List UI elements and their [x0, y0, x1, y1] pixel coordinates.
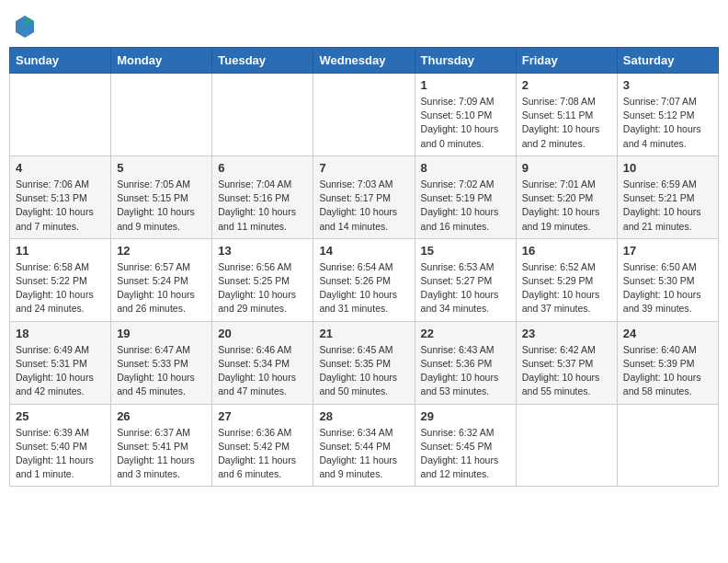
- day-info: Sunrise: 6:56 AMSunset: 5:25 PMDaylight:…: [218, 260, 307, 316]
- day-number: 26: [117, 409, 206, 423]
- calendar-cell: 17Sunrise: 6:50 AMSunset: 5:30 PMDayligh…: [617, 238, 718, 321]
- day-number: 12: [117, 244, 206, 258]
- calendar-cell: 28Sunrise: 6:34 AMSunset: 5:44 PMDayligh…: [313, 404, 415, 487]
- day-number: 13: [218, 244, 307, 258]
- calendar-cell: 19Sunrise: 6:47 AMSunset: 5:33 PMDayligh…: [111, 321, 212, 404]
- page-header: [9, 9, 719, 40]
- calendar-cell: 5Sunrise: 7:05 AMSunset: 5:15 PMDaylight…: [111, 155, 212, 238]
- day-info: Sunrise: 6:39 AMSunset: 5:40 PMDaylight:…: [16, 426, 105, 482]
- calendar-cell: 6Sunrise: 7:04 AMSunset: 5:16 PMDaylight…: [212, 155, 313, 238]
- day-info: Sunrise: 7:09 AMSunset: 5:10 PMDaylight:…: [421, 95, 510, 151]
- calendar-cell: 16Sunrise: 6:52 AMSunset: 5:29 PMDayligh…: [516, 238, 617, 321]
- calendar-cell: 8Sunrise: 7:02 AMSunset: 5:19 PMDaylight…: [415, 155, 516, 238]
- day-number: 28: [319, 409, 408, 423]
- calendar-cell: 1Sunrise: 7:09 AMSunset: 5:10 PMDaylight…: [415, 74, 516, 156]
- day-number: 20: [218, 327, 307, 340]
- calendar-cell: 2Sunrise: 7:08 AMSunset: 5:11 PMDaylight…: [516, 74, 617, 156]
- day-info: Sunrise: 6:34 AMSunset: 5:44 PMDaylight:…: [319, 426, 408, 482]
- day-info: Sunrise: 7:07 AMSunset: 5:12 PMDaylight:…: [623, 95, 712, 151]
- day-number: 23: [522, 327, 611, 340]
- day-number: 22: [421, 327, 510, 340]
- calendar-cell: 24Sunrise: 6:40 AMSunset: 5:39 PMDayligh…: [617, 321, 718, 404]
- day-info: Sunrise: 6:54 AMSunset: 5:26 PMDaylight:…: [319, 260, 408, 316]
- calendar-week-row: 11Sunrise: 6:58 AMSunset: 5:22 PMDayligh…: [10, 238, 719, 321]
- day-number: 11: [16, 244, 105, 258]
- calendar-cell: 18Sunrise: 6:49 AMSunset: 5:31 PMDayligh…: [10, 321, 111, 404]
- day-info: Sunrise: 6:52 AMSunset: 5:29 PMDaylight:…: [522, 260, 611, 316]
- day-number: 6: [218, 161, 307, 175]
- calendar-week-row: 25Sunrise: 6:39 AMSunset: 5:40 PMDayligh…: [10, 404, 719, 487]
- calendar-week-row: 18Sunrise: 6:49 AMSunset: 5:31 PMDayligh…: [10, 321, 719, 404]
- calendar-week-row: 4Sunrise: 7:06 AMSunset: 5:13 PMDaylight…: [10, 155, 719, 238]
- day-header-monday: Monday: [111, 48, 212, 74]
- calendar-cell: 26Sunrise: 6:37 AMSunset: 5:41 PMDayligh…: [111, 404, 212, 487]
- day-number: 16: [522, 244, 611, 258]
- day-number: 4: [16, 161, 105, 175]
- calendar-cell: 15Sunrise: 6:53 AMSunset: 5:27 PMDayligh…: [415, 238, 516, 321]
- day-info: Sunrise: 7:02 AMSunset: 5:19 PMDaylight:…: [421, 178, 510, 234]
- day-number: 3: [623, 78, 712, 92]
- calendar-table: SundayMondayTuesdayWednesdayThursdayFrid…: [9, 47, 719, 487]
- calendar-cell: [617, 404, 718, 487]
- calendar-cell: 29Sunrise: 6:32 AMSunset: 5:45 PMDayligh…: [415, 404, 516, 487]
- calendar-cell: [111, 74, 212, 156]
- day-header-saturday: Saturday: [617, 48, 718, 74]
- day-info: Sunrise: 7:04 AMSunset: 5:16 PMDaylight:…: [218, 178, 307, 234]
- calendar-cell: 21Sunrise: 6:45 AMSunset: 5:35 PMDayligh…: [313, 321, 415, 404]
- day-info: Sunrise: 6:37 AMSunset: 5:41 PMDaylight:…: [117, 426, 206, 482]
- day-number: 2: [522, 78, 611, 92]
- day-header-wednesday: Wednesday: [313, 48, 415, 74]
- calendar-cell: 20Sunrise: 6:46 AMSunset: 5:34 PMDayligh…: [212, 321, 313, 404]
- day-info: Sunrise: 7:03 AMSunset: 5:17 PMDaylight:…: [319, 178, 408, 234]
- day-info: Sunrise: 6:50 AMSunset: 5:30 PMDaylight:…: [623, 260, 712, 316]
- calendar-week-row: 1Sunrise: 7:09 AMSunset: 5:10 PMDaylight…: [10, 74, 719, 156]
- day-number: 17: [623, 244, 712, 258]
- calendar-cell: 11Sunrise: 6:58 AMSunset: 5:22 PMDayligh…: [10, 238, 111, 321]
- day-info: Sunrise: 6:57 AMSunset: 5:24 PMDaylight:…: [117, 260, 206, 316]
- day-header-tuesday: Tuesday: [212, 48, 313, 74]
- day-number: 15: [421, 244, 510, 258]
- day-info: Sunrise: 6:47 AMSunset: 5:33 PMDaylight:…: [117, 343, 206, 399]
- day-info: Sunrise: 7:06 AMSunset: 5:13 PMDaylight:…: [16, 178, 105, 234]
- day-number: 8: [421, 161, 510, 175]
- day-info: Sunrise: 7:05 AMSunset: 5:15 PMDaylight:…: [117, 178, 206, 234]
- day-info: Sunrise: 6:53 AMSunset: 5:27 PMDaylight:…: [421, 260, 510, 316]
- day-info: Sunrise: 6:32 AMSunset: 5:45 PMDaylight:…: [421, 426, 510, 482]
- calendar-cell: 25Sunrise: 6:39 AMSunset: 5:40 PMDayligh…: [10, 404, 111, 487]
- day-info: Sunrise: 7:08 AMSunset: 5:11 PMDaylight:…: [522, 95, 611, 151]
- calendar-cell: 23Sunrise: 6:42 AMSunset: 5:37 PMDayligh…: [516, 321, 617, 404]
- day-number: 18: [16, 327, 105, 340]
- day-info: Sunrise: 6:45 AMSunset: 5:35 PMDaylight:…: [319, 343, 408, 399]
- day-number: 7: [319, 161, 408, 175]
- day-info: Sunrise: 6:36 AMSunset: 5:42 PMDaylight:…: [218, 426, 307, 482]
- calendar-cell: 7Sunrise: 7:03 AMSunset: 5:17 PMDaylight…: [313, 155, 415, 238]
- calendar-cell: 27Sunrise: 6:36 AMSunset: 5:42 PMDayligh…: [212, 404, 313, 487]
- day-number: 25: [16, 409, 105, 423]
- calendar-cell: 10Sunrise: 6:59 AMSunset: 5:21 PMDayligh…: [617, 155, 718, 238]
- day-info: Sunrise: 6:43 AMSunset: 5:36 PMDaylight:…: [421, 343, 510, 399]
- day-header-sunday: Sunday: [10, 48, 111, 74]
- calendar-cell: [313, 74, 415, 156]
- day-header-thursday: Thursday: [415, 48, 516, 74]
- day-info: Sunrise: 6:58 AMSunset: 5:22 PMDaylight:…: [16, 260, 105, 316]
- day-header-friday: Friday: [516, 48, 617, 74]
- day-number: 27: [218, 409, 307, 423]
- calendar-cell: 14Sunrise: 6:54 AMSunset: 5:26 PMDayligh…: [313, 238, 415, 321]
- calendar-cell: [10, 74, 111, 156]
- calendar-cell: 4Sunrise: 7:06 AMSunset: 5:13 PMDaylight…: [10, 155, 111, 238]
- calendar-cell: [212, 74, 313, 156]
- logo: [14, 14, 38, 40]
- calendar-cell: 9Sunrise: 7:01 AMSunset: 5:20 PMDaylight…: [516, 155, 617, 238]
- day-info: Sunrise: 6:42 AMSunset: 5:37 PMDaylight:…: [522, 343, 611, 399]
- day-info: Sunrise: 6:40 AMSunset: 5:39 PMDaylight:…: [623, 343, 712, 399]
- day-number: 21: [319, 327, 408, 340]
- calendar-cell: 13Sunrise: 6:56 AMSunset: 5:25 PMDayligh…: [212, 238, 313, 321]
- calendar-header-row: SundayMondayTuesdayWednesdayThursdayFrid…: [10, 48, 719, 74]
- day-number: 5: [117, 161, 206, 175]
- day-number: 19: [117, 327, 206, 340]
- day-info: Sunrise: 7:01 AMSunset: 5:20 PMDaylight:…: [522, 178, 611, 234]
- day-number: 29: [421, 409, 510, 423]
- day-info: Sunrise: 6:49 AMSunset: 5:31 PMDaylight:…: [16, 343, 105, 399]
- day-number: 24: [623, 327, 712, 340]
- calendar-cell: 22Sunrise: 6:43 AMSunset: 5:36 PMDayligh…: [415, 321, 516, 404]
